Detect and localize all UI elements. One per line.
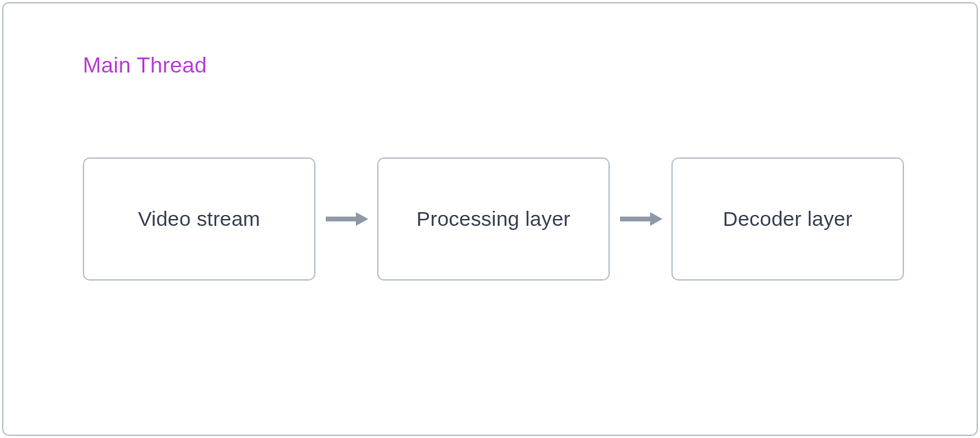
node-video-stream: Video stream	[83, 157, 315, 281]
node-label: Processing layer	[417, 207, 571, 231]
container-title: Main Thread	[83, 53, 207, 78]
node-processing-layer: Processing layer	[377, 157, 610, 281]
node-label: Video stream	[138, 207, 261, 231]
node-decoder-layer: Decoder layer	[671, 157, 904, 281]
arrow-right-icon	[619, 211, 662, 227]
arrow-2	[610, 211, 671, 227]
node-label: Decoder layer	[723, 207, 852, 231]
pipeline-flow: Video stream Processing layer Decoder la…	[83, 157, 922, 281]
arrow-right-icon	[324, 211, 368, 227]
svg-marker-1	[356, 212, 368, 226]
main-thread-container: Main Thread Video stream Processing laye…	[2, 2, 978, 436]
arrow-1	[315, 211, 377, 227]
svg-marker-3	[650, 212, 662, 226]
